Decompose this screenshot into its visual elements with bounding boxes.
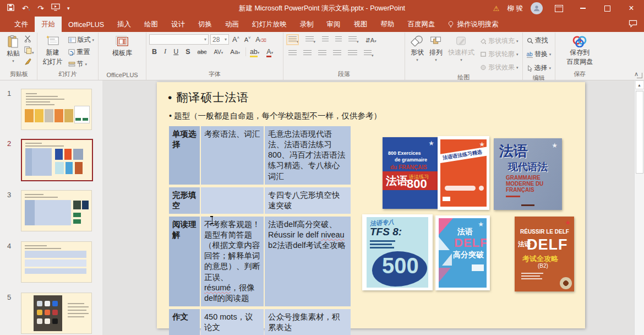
new-slide-button[interactable]: 新建 幻灯片 — [40, 34, 66, 67]
shape-effects-button[interactable]: 形状效果▾ — [479, 62, 520, 73]
columns-button[interactable] — [348, 49, 357, 59]
paste-button[interactable]: 粘贴 ▾ — [4, 34, 23, 65]
table-cell-books[interactable]: 公众号搜集素材，积累表达 — [265, 309, 351, 335]
scroll-up-button[interactable]: ▲ — [635, 80, 644, 89]
font-name-combobox[interactable]: ▾ — [149, 34, 209, 45]
decrease-indent-button[interactable] — [322, 35, 329, 45]
slide-thumbnail-1[interactable] — [21, 89, 92, 130]
start-slideshow-icon[interactable] — [51, 3, 60, 13]
tell-me-search[interactable]: 操作说明搜索 — [442, 17, 504, 32]
paste-dropdown-icon[interactable]: ▾ — [12, 59, 14, 64]
increase-font-size-button[interactable]: A˄ — [231, 35, 241, 44]
bold-button[interactable]: B — [150, 47, 159, 56]
text-direction-button[interactable]: ⇵A▾ — [365, 37, 376, 44]
table-cell-books[interactable]: 专四专八完形填空快速突破 — [265, 187, 351, 214]
template-library-button[interactable]: 模板库 — [110, 34, 135, 58]
tab-insert[interactable]: 插入 — [111, 17, 138, 32]
tab-view[interactable]: 视图 — [347, 17, 374, 32]
collapse-ribbon-icon[interactable]: ∧ — [634, 71, 638, 78]
table-cell-desc[interactable]: 考察语法、词汇 — [201, 126, 264, 185]
underline-button[interactable]: U — [172, 47, 180, 56]
slide-editing-area[interactable]: • 翻译硕士法语 • 题型（一般都是自命题，每个学校题型不一样，仅供参考） 单项… — [157, 82, 585, 328]
table-cell-books[interactable]: 毛意忠法语现代语法、法语语法练习800、冯百才法语语法练习精选、专八核心词汇 — [265, 126, 351, 185]
tab-officeplus[interactable]: OfficePLUS — [62, 17, 111, 32]
slide-title[interactable]: • 翻译硕士法语 — [168, 90, 249, 105]
italic-button[interactable]: I — [162, 47, 168, 56]
table-cell-label[interactable]: 完形填空 — [169, 187, 200, 214]
slide-thumbnail-2[interactable] — [21, 139, 93, 181]
shape-outline-button[interactable]: 形状轮廓▾ — [479, 49, 520, 60]
tab-slideshow[interactable]: 幻灯片放映 — [245, 17, 293, 32]
avatar[interactable] — [531, 2, 543, 14]
select-button[interactable]: 选择▾ — [526, 63, 553, 73]
section-button[interactable]: 节▾ — [67, 59, 96, 69]
undo-dropdown-icon[interactable]: ▾ — [29, 8, 31, 12]
vertical-scrollbar[interactable]: ▲ — [634, 80, 644, 335]
layout-button[interactable]: 版式▾ — [67, 35, 96, 45]
close-button[interactable]: × — [623, 1, 640, 15]
format-painter-icon[interactable] — [24, 58, 34, 68]
find-button[interactable]: 查找 — [526, 35, 549, 46]
font-color-button[interactable]: A▾ — [265, 47, 275, 56]
character-spacing-button[interactable]: AV▾ — [212, 48, 225, 56]
align-center-button[interactable] — [303, 49, 312, 59]
restore-button[interactable] — [599, 1, 615, 15]
line-spacing-button[interactable]: ▾ — [348, 35, 359, 45]
align-left-button[interactable] — [288, 49, 297, 59]
decrease-font-size-button[interactable]: A˅ — [243, 35, 252, 44]
slide-subtitle[interactable]: • 题型（一般都是自命题，每个学校题型不一样，仅供参考） — [169, 111, 381, 121]
table-cell-label[interactable]: 作文 — [169, 309, 200, 335]
shapes-button[interactable]: 形状▾ — [408, 34, 427, 64]
change-case-button[interactable]: Aa▾ — [228, 48, 242, 56]
highlight-color-button[interactable]: ab▾ — [245, 47, 261, 56]
tab-transitions[interactable]: 切换 — [192, 17, 219, 32]
cut-icon[interactable] — [24, 35, 34, 45]
scrollbar-thumb[interactable] — [636, 91, 643, 174]
table-cell-desc[interactable]: 不考察客观题！题型有简答题（根据文章内容回答；解释单词的意思）、判断正误、rés… — [201, 217, 264, 306]
clear-formatting-button[interactable]: A⌫ — [254, 35, 268, 44]
copy-icon[interactable]: ▾ — [24, 46, 34, 56]
warning-icon[interactable]: ⚠ — [493, 4, 500, 13]
tab-animations[interactable]: 动画 — [219, 17, 245, 32]
justify-button[interactable] — [333, 49, 341, 59]
tab-draw[interactable]: 绘图 — [138, 17, 165, 32]
table-cell-books[interactable]: 法语delf高分突破、Réussir le delf niveau b2法语de… — [265, 217, 351, 306]
strikethrough-button[interactable]: abc — [196, 48, 209, 56]
slide-thumbnail-5[interactable] — [21, 293, 92, 334]
tab-file[interactable]: 文件 — [8, 17, 35, 32]
tab-review[interactable]: 审阅 — [320, 17, 347, 32]
comment-icon[interactable] — [629, 20, 637, 30]
text-shadow-button[interactable]: S — [184, 47, 192, 56]
tab-home[interactable]: 开始 — [35, 17, 62, 32]
slide-thumbnail-3[interactable] — [21, 190, 92, 231]
increase-indent-button[interactable] — [335, 35, 342, 45]
convert-smartart-button[interactable]: ▾ — [364, 49, 374, 59]
tab-help[interactable]: 帮助 — [374, 17, 401, 32]
slide-canvas[interactable]: • 翻译硕士法语 • 题型（一般都是自命题，每个学校题型不一样，仅供参考） 单项… — [102, 80, 634, 335]
replace-button[interactable]: ab替换▾ — [526, 49, 553, 60]
customize-qat-icon[interactable]: ▾ — [67, 6, 70, 11]
tab-baidu-netdisk[interactable]: 百度网盘 — [401, 17, 442, 32]
slide-thumbnail-4[interactable] — [21, 241, 92, 283]
arrange-button[interactable]: 排列▾ — [427, 34, 445, 64]
redo-icon[interactable]: ↷ — [37, 4, 44, 12]
undo-icon[interactable]: ↶▾ — [22, 4, 30, 12]
shape-fill-button[interactable]: 形状填充▾ — [479, 36, 520, 46]
tab-record[interactable]: 录制 — [293, 17, 320, 32]
reset-button[interactable]: 重置 — [67, 47, 96, 57]
save-to-baidu-button[interactable]: 保存到 百度网盘 — [564, 34, 596, 67]
ribbon-display-options-icon[interactable] — [550, 1, 567, 15]
numbering-button[interactable]: ▾ — [305, 35, 316, 45]
font-size-combobox[interactable]: 28▾ — [210, 34, 229, 45]
align-right-button[interactable] — [318, 49, 326, 59]
table-cell-desc[interactable]: 450 mots，议论文 — [201, 309, 264, 335]
table-cell-label[interactable]: 阅读理解 — [169, 217, 200, 306]
bullets-button[interactable]: ▾ — [288, 35, 299, 45]
minimize-button[interactable] — [575, 1, 591, 15]
quick-styles-button[interactable]: 快速样式▾ — [445, 34, 477, 64]
tab-design[interactable]: 设计 — [165, 17, 192, 32]
save-icon[interactable] — [7, 3, 15, 14]
exam-table[interactable]: 单项选择 考察语法、词汇 毛意忠法语现代语法、法语语法练习800、冯百才法语语法… — [169, 126, 352, 335]
table-cell-label[interactable]: 单项选择 — [169, 126, 200, 185]
table-cell-desc[interactable] — [201, 187, 264, 214]
